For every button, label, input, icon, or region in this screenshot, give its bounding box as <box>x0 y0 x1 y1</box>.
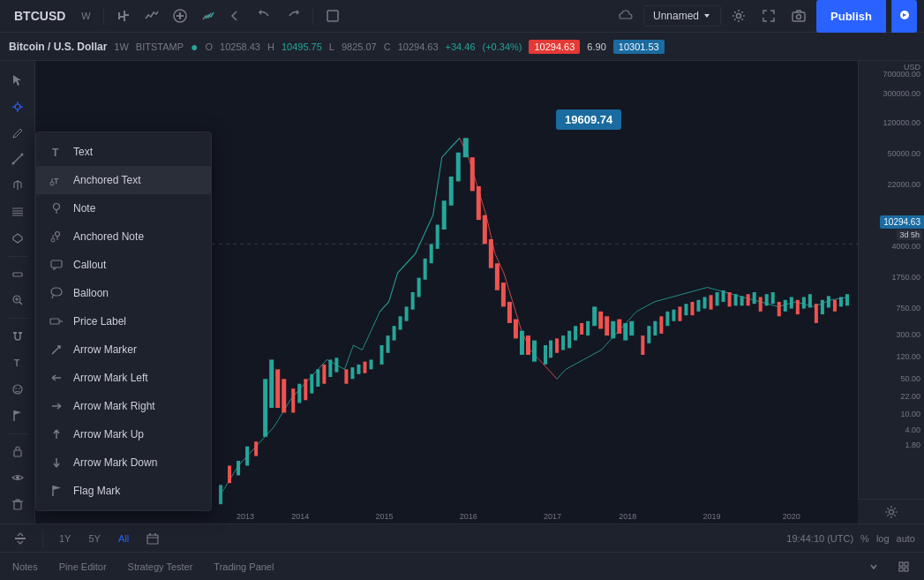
tab-pine-editor[interactable]: Pine Editor <box>56 556 110 577</box>
svg-rect-72 <box>304 379 307 400</box>
pencil-tool[interactable] <box>5 121 30 146</box>
redo-btn[interactable] <box>281 5 305 26</box>
pitchfork-tool[interactable] <box>5 173 30 198</box>
annotate-tool[interactable]: T <box>5 350 30 375</box>
menu-item-arrow-up[interactable]: Arrow Mark Up <box>36 420 211 448</box>
svg-rect-91 <box>430 244 433 263</box>
menu-item-balloon[interactable]: Balloon <box>36 279 211 307</box>
svg-line-18 <box>13 154 22 163</box>
svg-rect-76 <box>328 359 332 377</box>
menu-item-arrow-left[interactable]: Arrow Mark Left <box>36 364 211 392</box>
separator-2 <box>312 7 313 25</box>
flag-tool[interactable] <box>5 403 30 428</box>
h-label: H <box>267 41 274 52</box>
menu-item-anchored-note[interactable]: Anchored Note <box>36 222 211 251</box>
magnet-tool[interactable] <box>5 324 30 349</box>
svg-rect-152 <box>821 300 824 314</box>
svg-rect-173 <box>899 568 903 571</box>
svg-point-165 <box>889 509 893 514</box>
replay-btn[interactable] <box>224 5 249 26</box>
menu-item-arrow-right[interactable]: Arrow Mark Right <box>36 392 211 420</box>
svg-text:T: T <box>14 358 19 368</box>
l-value: 9825.07 <box>342 41 377 52</box>
pattern-tool[interactable] <box>5 226 30 251</box>
price-22k: 22000.00 <box>887 180 920 189</box>
svg-rect-133 <box>703 297 707 308</box>
menu-item-flag[interactable]: Flag Mark <box>36 477 211 505</box>
svg-rect-78 <box>344 369 348 383</box>
tab-strategy-tester[interactable]: Strategy Tester <box>124 556 197 577</box>
publish-btn[interactable]: Publish <box>816 0 886 33</box>
svg-rect-145 <box>778 302 781 316</box>
auto-label[interactable]: auto <box>897 533 915 544</box>
add-btn[interactable] <box>168 5 192 26</box>
bar-type-btn[interactable] <box>111 5 136 26</box>
trendline-tool[interactable] <box>5 147 30 171</box>
panel-expand-btn[interactable] <box>892 557 915 576</box>
menu-item-price-label[interactable]: Price Label <box>36 307 211 335</box>
fib-tool[interactable] <box>5 200 30 224</box>
menu-item-arrow-marker[interactable]: Arrow Marker <box>36 335 211 364</box>
sep-bottom <box>42 530 43 547</box>
log-label[interactable]: log <box>876 533 890 544</box>
svg-rect-63 <box>237 461 240 475</box>
eye-tool[interactable] <box>5 465 30 490</box>
chart-area[interactable]: 2013 2014 2015 2016 2017 2018 2019 2020 … <box>212 61 858 524</box>
timeframe-btn[interactable]: W <box>76 7 95 25</box>
svg-rect-90 <box>424 259 427 280</box>
time-1y[interactable]: 1Y <box>54 531 76 546</box>
indicators-btn[interactable] <box>139 5 164 26</box>
lock-tool[interactable] <box>5 440 30 464</box>
settings-btn[interactable] <box>726 5 751 26</box>
measure-tool[interactable] <box>5 262 30 287</box>
axis-settings-icon[interactable] <box>884 505 898 519</box>
unnamed-btn[interactable]: Unnamed <box>643 5 721 26</box>
svg-point-10 <box>797 15 801 19</box>
crosshair-tool[interactable] <box>5 94 30 119</box>
menu-item-balloon-label: Balloon <box>73 287 109 299</box>
svg-rect-143 <box>765 294 769 305</box>
svg-rect-87 <box>405 306 409 320</box>
callout-icon <box>49 257 64 273</box>
svg-rect-117 <box>598 312 603 329</box>
tab-notes[interactable]: Notes <box>9 556 41 577</box>
svg-rect-56 <box>51 260 62 267</box>
layout-btn[interactable] <box>320 5 345 26</box>
svg-rect-140 <box>747 294 750 305</box>
publish-arrow-btn[interactable] <box>891 0 917 33</box>
svg-rect-171 <box>899 562 903 566</box>
separator-1 <box>103 7 104 25</box>
compare-btn[interactable] <box>196 5 221 26</box>
svg-rect-104 <box>514 320 518 339</box>
compare-chart-btn[interactable] <box>9 529 32 548</box>
zoom-tool[interactable] <box>5 289 30 313</box>
camera-btn[interactable] <box>786 5 811 26</box>
menu-item-arrow-down[interactable]: Arrow Mark Down <box>36 448 211 477</box>
panel-collapse-btn[interactable] <box>862 557 885 576</box>
svg-rect-82 <box>369 359 372 369</box>
svg-rect-74 <box>316 369 319 387</box>
time-5y[interactable]: 5Y <box>83 531 105 546</box>
toolbar-right: Unnamed Publish <box>613 0 917 33</box>
menu-item-text[interactable]: T Text <box>36 138 211 166</box>
fullscreen-btn[interactable] <box>756 5 781 26</box>
c-value: 10294.63 <box>398 41 439 52</box>
cursor-tool[interactable] <box>5 68 30 93</box>
trash-tool[interactable] <box>5 492 30 516</box>
undo-btn[interactable] <box>252 5 277 26</box>
menu-item-callout[interactable]: Callout <box>36 251 211 279</box>
emoji-tool[interactable] <box>5 377 30 402</box>
svg-text:2018: 2018 <box>619 510 636 520</box>
time-all[interactable]: All <box>113 531 134 546</box>
svg-point-13 <box>15 104 20 109</box>
chart-svg: 2013 2014 2015 2016 2017 2018 2019 2020 <box>212 61 858 524</box>
tab-trading-panel[interactable]: Trading Panel <box>210 556 277 577</box>
cloud-btn[interactable] <box>613 5 638 26</box>
svg-rect-137 <box>728 292 732 306</box>
change-value: +34.46 <box>446 41 476 52</box>
menu-item-note[interactable]: Note <box>36 194 211 222</box>
svg-point-54 <box>51 238 55 242</box>
menu-item-anchored-text[interactable]: T Anchored Text <box>36 166 211 194</box>
percent-label[interactable]: % <box>860 533 869 544</box>
calendar-btn[interactable] <box>141 529 164 548</box>
